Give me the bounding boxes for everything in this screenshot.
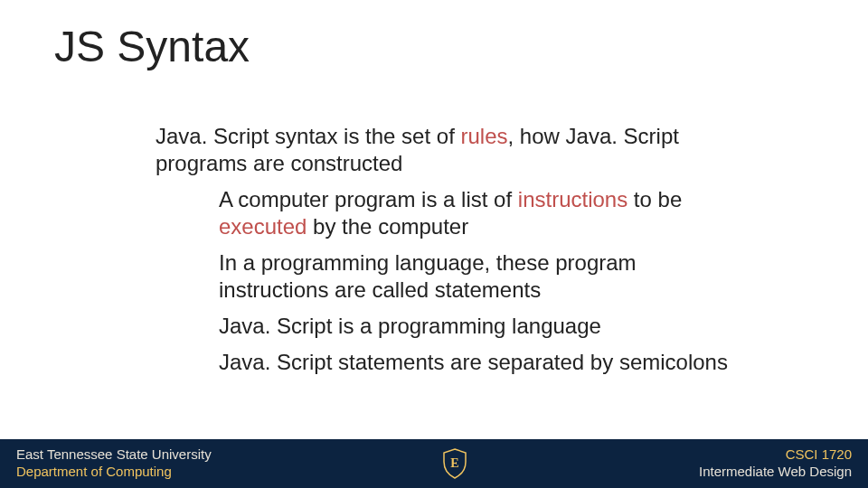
- sp1-part-1: A computer program is a list of: [219, 187, 518, 211]
- sub-point-4: Java. Script statements are separated by…: [219, 349, 734, 376]
- footer-badge: E: [442, 448, 467, 479]
- sub-point-1: A computer program is a list of instruct…: [219, 186, 734, 240]
- sp3-text: Java. Script is a programming language: [219, 314, 601, 338]
- sp1-part-2: to be: [634, 187, 682, 211]
- footer-university: East Tennessee State University: [16, 446, 212, 464]
- intro-line: Java. Script syntax is the set of rules,…: [156, 123, 734, 177]
- footer-course-name: Intermediate Web Design: [699, 464, 852, 481]
- slide: JS Syntax Java. Script syntax is the set…: [0, 0, 868, 488]
- slide-footer: East Tennessee State University Departme…: [0, 439, 868, 488]
- intro-part-1: Java. Script syntax is the set of: [156, 124, 460, 148]
- sp1-highlight-instructions: instructions: [518, 187, 627, 211]
- sp1-highlight-executed: executed: [219, 214, 307, 239]
- shield-icon: E: [442, 448, 467, 479]
- slide-body: Java. Script syntax is the set of rules,…: [156, 123, 734, 385]
- footer-left: East Tennessee State University Departme…: [16, 446, 212, 481]
- sub-point-3: Java. Script is a programming language: [219, 313, 734, 340]
- footer-department: Department of Computing: [16, 464, 212, 481]
- sub-point-2: In a programming language, these program…: [219, 249, 734, 304]
- intro-highlight-rules: rules: [460, 124, 507, 148]
- sp1-part-3: by the computer: [313, 214, 468, 239]
- shield-letter: E: [451, 456, 459, 470]
- sub-points: A computer program is a list of instruct…: [219, 186, 734, 376]
- footer-course-code: CSCI 1720: [786, 446, 852, 464]
- sp4-text: Java. Script statements are separated by…: [219, 350, 728, 374]
- footer-right: CSCI 1720 Intermediate Web Design: [699, 446, 852, 481]
- slide-title: JS Syntax: [54, 22, 250, 71]
- sp2-text: In a programming language, these program…: [219, 250, 637, 302]
